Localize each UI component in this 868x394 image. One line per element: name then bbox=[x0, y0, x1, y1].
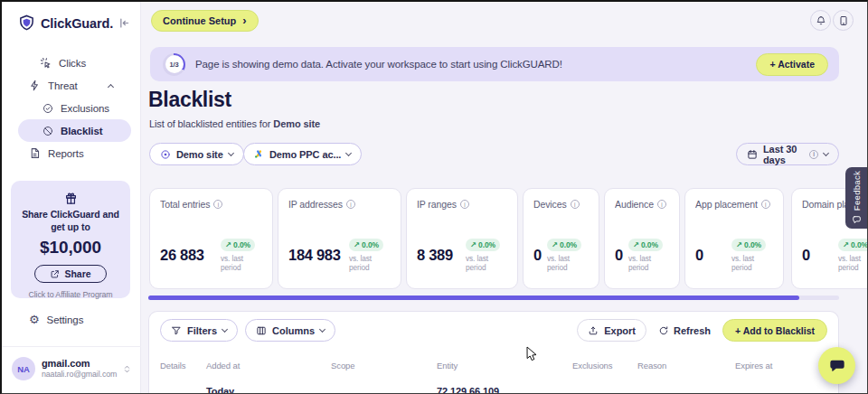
info-icon[interactable] bbox=[761, 200, 770, 209]
chevron-up-icon bbox=[108, 83, 114, 89]
column-header-scope[interactable]: Scope bbox=[331, 361, 437, 371]
trend-up-icon: ↗ bbox=[552, 240, 558, 249]
subtitle-site-name: Demo site bbox=[273, 118, 320, 129]
column-header-exclusions[interactable]: Exclusions bbox=[572, 361, 637, 371]
report-icon bbox=[29, 147, 41, 159]
stat-label: App placement bbox=[695, 199, 758, 210]
stat-value: 0 bbox=[802, 247, 810, 264]
info-icon[interactable] bbox=[346, 200, 355, 209]
stat-delta: 0.0% bbox=[233, 240, 250, 249]
refresh-button[interactable]: Refresh bbox=[658, 325, 711, 336]
continue-setup-label: Continue Setup bbox=[163, 15, 236, 26]
sidebar-item-exclusions[interactable]: Exclusions bbox=[0, 97, 140, 119]
info-icon bbox=[809, 150, 818, 159]
sidebar-item-threat[interactable]: Threat bbox=[0, 74, 140, 97]
column-header-added-at[interactable]: Added at bbox=[206, 361, 331, 371]
date-range-label: Last 30 days bbox=[763, 144, 804, 165]
trend-up-icon: ↗ bbox=[843, 240, 849, 249]
sidebar-item-reports[interactable]: Reports bbox=[0, 142, 140, 164]
site-filter-dropdown[interactable]: Demo site bbox=[149, 143, 244, 165]
sidebar-collapse-icon[interactable] bbox=[118, 17, 130, 29]
table-row[interactable]: Today 72.129.66.109 bbox=[160, 386, 827, 394]
clickguard-logo-icon bbox=[18, 14, 35, 32]
stat-value: 0 bbox=[533, 247, 542, 264]
threat-icon bbox=[29, 80, 41, 91]
check-circle-icon bbox=[42, 103, 53, 114]
column-header-entity[interactable]: Entity bbox=[437, 361, 572, 371]
add-to-blacklist-button[interactable]: + Add to Blacklist bbox=[722, 319, 827, 342]
stat-delta: 0.0% bbox=[362, 240, 379, 249]
site-filter-label: Demo site bbox=[176, 149, 223, 160]
avatar: NA bbox=[12, 357, 35, 380]
export-button[interactable]: Export bbox=[577, 319, 646, 342]
date-range-dropdown[interactable]: Last 30 days bbox=[736, 143, 839, 165]
continue-setup-button[interactable]: Continue Setup › bbox=[151, 10, 259, 32]
chevron-down-icon bbox=[345, 149, 352, 155]
banner-message: Page is showing demo data. Activate your… bbox=[195, 59, 562, 70]
activate-button[interactable]: + Activate bbox=[756, 53, 828, 76]
page-title: Blacklist bbox=[148, 88, 231, 112]
stat-card-audience: Audience 0 ↗0.0% vs. last period bbox=[604, 188, 680, 289]
nav-label: Reports bbox=[48, 148, 84, 159]
affiliate-promo-card[interactable]: Share ClickGuard and get up to $10,000 S… bbox=[11, 181, 130, 298]
promo-text-line1: Share ClickGuard and bbox=[22, 209, 119, 221]
user-name: gmail.com bbox=[42, 358, 116, 371]
stat-card-ip-ranges: IP ranges 8 389 ↗0.0% vs. last period bbox=[406, 188, 518, 289]
trend-badge: ↗0.0% bbox=[547, 239, 581, 251]
chevron-down-icon bbox=[228, 149, 234, 155]
nav-label: Exclusions bbox=[61, 103, 109, 114]
trend-up-icon: ↗ bbox=[633, 240, 639, 249]
chat-bubble-icon bbox=[829, 358, 845, 374]
table-toolbar: Filters Columns Export Refresh + Add to … bbox=[160, 319, 827, 342]
share-button[interactable]: Share bbox=[34, 265, 106, 283]
trend-up-icon: ↗ bbox=[225, 240, 231, 249]
account-switcher-icon[interactable] bbox=[122, 364, 132, 374]
cell-added-at: Today bbox=[206, 386, 331, 394]
subtitle-text: List of blacklisted entities for bbox=[149, 118, 270, 129]
feedback-tab[interactable]: Feedback bbox=[845, 167, 868, 229]
notifications-button[interactable] bbox=[810, 10, 831, 31]
info-icon[interactable] bbox=[657, 200, 666, 209]
stat-label: Devices bbox=[533, 199, 567, 210]
stat-delta: 0.0% bbox=[641, 240, 658, 249]
column-header-details[interactable]: Details bbox=[160, 361, 206, 371]
stat-value: 8 389 bbox=[417, 247, 453, 264]
account-filter-dropdown[interactable]: Demo PPC ac... bbox=[243, 143, 362, 165]
user-account[interactable]: NA gmail.com naatali.ro@gmail.com bbox=[0, 346, 141, 394]
trend-badge: ↗0.0% bbox=[731, 239, 766, 251]
column-header-reason[interactable]: Reason bbox=[637, 361, 735, 371]
sidebar-item-blacklist[interactable]: Blacklist bbox=[18, 119, 131, 142]
column-header-expires-at[interactable]: Expires at bbox=[735, 361, 827, 371]
stat-card-devices: Devices 0 ↗0.0% vs. last period bbox=[523, 188, 599, 289]
affiliate-link[interactable]: Click to Affiliate Program bbox=[28, 290, 112, 299]
chevron-down-icon bbox=[823, 149, 829, 155]
columns-button[interactable]: Columns bbox=[245, 319, 335, 342]
setup-progress-badge: 1/3 bbox=[163, 53, 185, 76]
share-label: Share bbox=[64, 268, 90, 279]
nav-label: Clicks bbox=[59, 58, 86, 69]
cards-scrollbar-thumb[interactable] bbox=[148, 296, 799, 300]
device-button[interactable] bbox=[833, 10, 854, 31]
sidebar-item-clicks[interactable]: Clicks bbox=[0, 52, 140, 74]
cell-entity: 72.129.66.109 bbox=[437, 386, 572, 394]
info-icon[interactable] bbox=[460, 200, 469, 209]
filters-button[interactable]: Filters bbox=[160, 319, 238, 342]
sidebar-item-settings[interactable]: ⚙ Settings bbox=[0, 308, 141, 331]
stat-delta: 0.0% bbox=[744, 240, 761, 249]
site-target-icon bbox=[160, 149, 171, 160]
refresh-icon bbox=[658, 325, 669, 336]
info-icon[interactable] bbox=[213, 200, 222, 209]
columns-icon bbox=[256, 325, 267, 336]
external-link-icon bbox=[50, 269, 60, 279]
chat-launcher-button[interactable] bbox=[818, 347, 855, 384]
nav-label: Blacklist bbox=[61, 126, 102, 136]
chevron-right-icon: › bbox=[242, 14, 246, 27]
stat-label: IP addresses bbox=[288, 199, 343, 210]
demo-data-banner: 1/3 Page is showing demo data. Activate … bbox=[150, 47, 839, 81]
trend-badge: ↗0.0% bbox=[466, 239, 500, 251]
logo-row: ClickGuard. bbox=[0, 0, 140, 41]
calendar-icon bbox=[747, 149, 758, 160]
info-icon[interactable] bbox=[571, 200, 580, 209]
sidebar: ClickGuard. Clicks Threat Exclusions Bla… bbox=[0, 0, 141, 394]
stat-vs-label: vs. last period bbox=[466, 254, 507, 273]
